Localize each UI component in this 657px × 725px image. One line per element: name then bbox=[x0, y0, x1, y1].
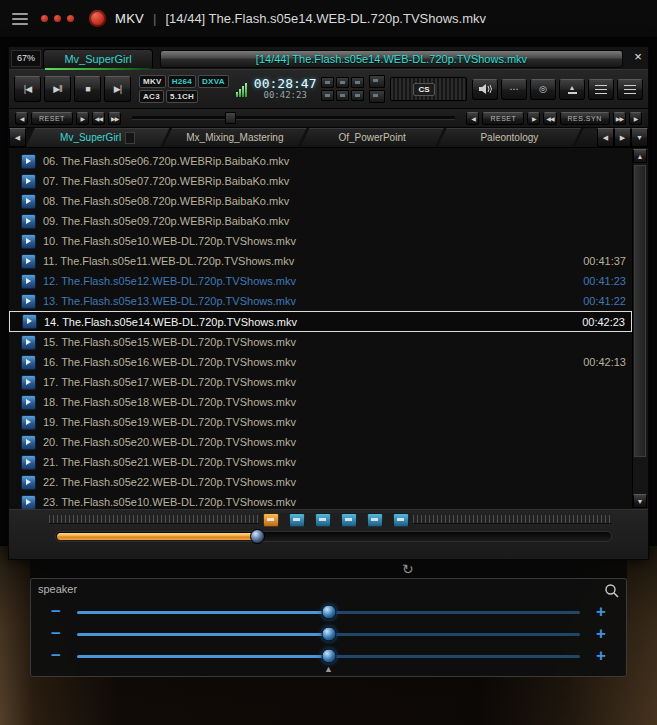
chapter-marker-icon[interactable] bbox=[289, 513, 305, 527]
slider-handle[interactable] bbox=[321, 605, 336, 620]
record-button[interactable]: ◎ bbox=[530, 79, 556, 100]
stop-button[interactable]: ■ bbox=[74, 76, 101, 102]
next-button[interactable]: ▶| bbox=[104, 76, 131, 102]
mini-button[interactable] bbox=[321, 90, 334, 101]
tab-marker[interactable] bbox=[125, 132, 135, 144]
rewind-button[interactable]: ◀◀ bbox=[92, 112, 105, 125]
tabs-scroll-left-button[interactable]: ◀ bbox=[9, 128, 26, 147]
playlist-item[interactable]: 07. The.Flash.s05e07.720p.WEBRip.BaibaKo… bbox=[9, 171, 632, 191]
res-syn-button[interactable]: RES.SYN bbox=[560, 112, 610, 125]
seek-fill bbox=[57, 533, 257, 540]
close-icon[interactable]: × bbox=[628, 47, 648, 67]
mini-button[interactable] bbox=[321, 77, 334, 88]
mini-button[interactable] bbox=[351, 90, 364, 101]
search-icon[interactable] bbox=[604, 583, 619, 598]
chapter-marker-icon[interactable] bbox=[315, 513, 331, 527]
mini-button[interactable] bbox=[369, 90, 385, 103]
sync-left-button[interactable]: ◀ bbox=[466, 112, 479, 125]
reset-right-button[interactable]: RESET bbox=[482, 112, 524, 125]
playlist-tab-of-powerpoint[interactable]: Of_PowerPoint bbox=[301, 128, 444, 147]
prev-button[interactable]: |◀ bbox=[14, 76, 41, 102]
increase-button[interactable]: + bbox=[589, 605, 613, 619]
reset-left-button[interactable]: RESET bbox=[31, 112, 73, 125]
sync-right-button[interactable]: ▶ bbox=[527, 112, 540, 125]
playlist-item[interactable]: 21. The.Flash.s05e21.WEB-DL.720p.TVShows… bbox=[9, 452, 632, 472]
sync-slider[interactable] bbox=[132, 116, 455, 120]
chapter-marker-icon[interactable] bbox=[367, 513, 383, 527]
slider-handle[interactable] bbox=[321, 627, 336, 642]
playlist-item[interactable]: 17. The.Flash.s05e17.WEB-DL.720p.TVShows… bbox=[9, 372, 632, 392]
eject-button[interactable]: ▲ bbox=[559, 79, 585, 100]
seek-bar[interactable] bbox=[55, 531, 612, 542]
play-pause-button[interactable]: ▶‖ bbox=[44, 76, 71, 102]
increase-button[interactable]: + bbox=[589, 649, 613, 663]
chapter-marker-icon[interactable] bbox=[393, 513, 409, 527]
repeat-icon[interactable]: ↻ bbox=[402, 560, 414, 578]
playlist-item[interactable]: 11. The.Flash.s05e11.WEB-DL.720p.TVShows… bbox=[9, 251, 632, 271]
mini-button[interactable] bbox=[336, 77, 349, 88]
playlist-item[interactable]: 09. The.Flash.s05e09.720p.WEBRip.BaibaKo… bbox=[9, 211, 632, 231]
playlist-item[interactable]: 23. The.Flash.s05e10.WEB-DL.720p.TVShows… bbox=[9, 492, 632, 509]
forward-button[interactable]: ▶▶ bbox=[108, 112, 121, 125]
chapter-marker-icon[interactable] bbox=[341, 513, 357, 527]
playlist-item[interactable]: 10. The.Flash.s05e10.WEB-DL.720p.TVShows… bbox=[9, 231, 632, 251]
tabs-scroll-right-button[interactable]: ▶ bbox=[614, 128, 631, 147]
control-strip: CS bbox=[390, 77, 467, 101]
collapse-up-icon[interactable]: ▲ bbox=[324, 664, 333, 674]
playlist-item[interactable]: 19. The.Flash.s05e19.WEB-DL.720p.TVShows… bbox=[9, 412, 632, 432]
step-right-button[interactable]: ▶ bbox=[76, 112, 89, 125]
playlist-item[interactable]: 06. The.Flash.s05e06.720p.WEBRip.BaibaKo… bbox=[9, 151, 632, 171]
decrease-button[interactable]: − bbox=[44, 649, 68, 663]
tabs-scroll-left2-button[interactable]: ◀ bbox=[597, 128, 614, 147]
playlist-tab-paleontology[interactable]: Paleontology bbox=[438, 128, 581, 147]
playlist-item[interactable]: 15. The.Flash.s05e15.WEB-DL.720p.TVShows… bbox=[9, 332, 632, 352]
playlist-item[interactable]: 22. The.Flash.s05e22.WEB-DL.720p.TVShows… bbox=[9, 472, 632, 492]
scrollbar-thumb[interactable] bbox=[634, 165, 646, 457]
scroll-up-button[interactable]: ▲ bbox=[633, 149, 647, 163]
decrease-button[interactable]: − bbox=[44, 627, 68, 641]
playlist-button[interactable] bbox=[588, 79, 614, 100]
slider-handle[interactable] bbox=[321, 649, 336, 664]
mini-button[interactable] bbox=[336, 90, 349, 101]
chapter-marker-icon[interactable] bbox=[263, 513, 279, 527]
media-file-icon bbox=[21, 375, 36, 390]
step-left-button[interactable]: ◀ bbox=[15, 112, 28, 125]
slider-track[interactable] bbox=[77, 655, 580, 658]
playlist-tab-mx-mixing-mastering[interactable]: Mx_Mixing_Mastering bbox=[163, 128, 306, 147]
increase-button[interactable]: + bbox=[589, 627, 613, 641]
codec-badge: AC3 bbox=[139, 90, 164, 103]
secondary-control-bar: ◀ RESET ▶ ◀◀ ▶▶ ◀ RESET ▶ ◀◀ RES.SYN ▶▶ … bbox=[9, 109, 648, 128]
osd-button[interactable]: ⋯ bbox=[501, 79, 527, 100]
row2-end-button[interactable]: ▶ bbox=[629, 112, 642, 125]
playlist-item[interactable]: 13. The.Flash.s05e13.WEB-DL.720p.TVShows… bbox=[9, 291, 632, 311]
player-title-bar: 67% Mv_SuperGirl [14/44] The.Flash.s05e1… bbox=[9, 47, 648, 69]
scroll-down-button[interactable]: ▼ bbox=[633, 494, 647, 508]
playlist-item[interactable]: 20. The.Flash.s05e20.WEB-DL.720p.TVShows… bbox=[9, 432, 632, 452]
slider-track[interactable] bbox=[77, 633, 580, 636]
playlist-tab-mv-supergirl[interactable]: Mv_SuperGirl bbox=[26, 128, 169, 147]
media-file-icon bbox=[21, 274, 36, 289]
sync-slider-handle[interactable] bbox=[225, 112, 236, 124]
playlist-item[interactable]: 12. The.Flash.s05e12.WEB-DL.720p.TVShows… bbox=[9, 271, 632, 291]
mini-button[interactable] bbox=[351, 77, 364, 88]
tab-label: Of_PowerPoint bbox=[338, 132, 405, 143]
playlist-item[interactable]: 08. The.Flash.s05e08.720p.WEBRip.BaibaKo… bbox=[9, 191, 632, 211]
playlist-item[interactable]: 18. The.Flash.s05e18.WEB-DL.720p.TVShows… bbox=[9, 392, 632, 412]
tabs-dropdown-button[interactable]: ▼ bbox=[631, 128, 648, 147]
cs-button[interactable]: CS bbox=[413, 83, 434, 96]
playlist-item[interactable]: 14. The.Flash.s05e14.WEB-DL.720p.TVShows… bbox=[9, 311, 632, 332]
active-playlist-badge[interactable]: Mv_SuperGirl bbox=[43, 49, 153, 68]
res-syn-left-button[interactable]: ◀◀ bbox=[543, 112, 556, 125]
slider-track[interactable] bbox=[77, 611, 580, 614]
mute-button[interactable] bbox=[472, 79, 498, 100]
codec-badge: DXVA bbox=[198, 75, 229, 88]
menu-button[interactable] bbox=[617, 79, 643, 100]
mini-button[interactable] bbox=[369, 75, 385, 88]
seek-handle[interactable] bbox=[250, 529, 265, 544]
res-syn-right-button[interactable]: ▶▶ bbox=[613, 112, 626, 125]
window-control-dots[interactable] bbox=[41, 15, 74, 22]
file-duration: 00:42:13 bbox=[583, 356, 626, 368]
decrease-button[interactable]: − bbox=[44, 605, 68, 619]
playlist-item[interactable]: 16. The.Flash.s05e16.WEB-DL.720p.TVShows… bbox=[9, 352, 632, 372]
menu-icon[interactable] bbox=[12, 13, 28, 25]
